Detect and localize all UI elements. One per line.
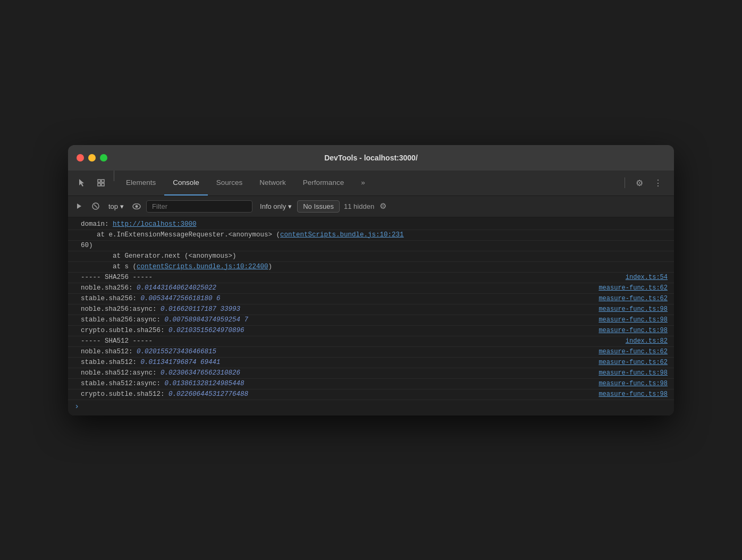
console-output: domain: http://localhost:3000 at e.InExt… xyxy=(68,217,674,415)
source-link[interactable]: contentScripts.bundle.js:10:22400 xyxy=(137,263,268,270)
minimize-button[interactable] xyxy=(88,154,96,162)
log-line: at s (contentScripts.bundle.js:10:22400) xyxy=(68,262,674,273)
log-line-noble-sha512-async: noble.sha512:async: 0.023063476562310826… xyxy=(68,368,674,379)
prompt-caret: › xyxy=(74,402,79,411)
source-link[interactable]: contentScripts.bundle.js:10:231 xyxy=(280,231,404,239)
filter-input[interactable] xyxy=(146,200,252,213)
tab-sources[interactable]: Sources xyxy=(208,171,251,196)
log-line-crypto-sha256: crypto.subtle.sha256: 0.0210351562497089… xyxy=(68,326,674,336)
log-line-noble-sha256-async: noble.sha256:async: 0.016620117187 33993… xyxy=(68,304,674,315)
eye-icon[interactable] xyxy=(129,201,144,211)
log-line-noble-sha512: noble.sha512: 0.020155273436466815 measu… xyxy=(68,347,674,358)
source-link[interactable]: measure-func.ts:62 xyxy=(598,295,668,302)
tab-elements[interactable]: Elements xyxy=(117,171,164,196)
title-bar: DevTools - localhost:3000/ xyxy=(68,145,674,171)
log-line: at e.InExtensionMessageRequester.<anonym… xyxy=(68,230,674,241)
run-button[interactable] xyxy=(72,200,86,212)
svg-rect-1 xyxy=(102,180,104,182)
source-link[interactable]: measure-func.ts:98 xyxy=(598,380,668,387)
source-link[interactable]: index.ts:54 xyxy=(626,274,668,281)
window-title: DevTools - localhost:3000/ xyxy=(324,154,418,162)
log-line: domain: http://localhost:3000 xyxy=(68,219,674,230)
inspect-icon[interactable] xyxy=(91,171,111,196)
log-level-label: Info only xyxy=(260,202,286,210)
svg-point-8 xyxy=(136,205,138,208)
log-line-stable-sha256-async: stable.sha256:async: 0.00758984374959254… xyxy=(68,315,674,326)
cursor-icon[interactable] xyxy=(72,171,91,196)
svg-marker-4 xyxy=(77,203,81,209)
log-line-noble-sha256: noble.sha256: 0.014431640624025022 measu… xyxy=(68,283,674,294)
more-options-icon[interactable]: ⋮ xyxy=(651,176,665,190)
console-toolbar: top ▾ Info only ▾ No Issues 11 hidden ⚙ xyxy=(68,196,674,217)
no-issues-button[interactable]: No Issues xyxy=(297,200,340,213)
log-line-stable-sha512: stable.sha512: 0.011341796874 69441 meas… xyxy=(68,358,674,368)
source-link[interactable]: measure-func.ts:62 xyxy=(598,348,668,355)
source-link[interactable]: measure-func.ts:98 xyxy=(598,327,668,334)
log-line: at Generator.next (<anonymous>) xyxy=(68,251,674,262)
svg-rect-3 xyxy=(102,183,104,186)
tab-console[interactable]: Console xyxy=(164,171,208,196)
close-button[interactable] xyxy=(77,154,84,162)
tabs-right-actions: ⚙ ⋮ xyxy=(621,171,670,196)
tab-more[interactable]: » xyxy=(352,171,374,196)
console-settings-icon[interactable]: ⚙ xyxy=(376,199,390,213)
context-selector[interactable]: top ▾ xyxy=(105,201,127,212)
log-line-sha512-sep: ----- SHA512 ----- index.ts:82 xyxy=(68,336,674,347)
source-link[interactable]: measure-func.ts:62 xyxy=(598,359,668,366)
svg-line-6 xyxy=(94,205,97,208)
log-line-stable-sha256: stable.sha256: 0.0053447256618180 6 meas… xyxy=(68,294,674,304)
source-link[interactable]: measure-func.ts:98 xyxy=(598,391,668,398)
log-level-selector[interactable]: Info only ▾ xyxy=(257,201,295,212)
tab-performance[interactable]: Performance xyxy=(294,171,352,196)
log-line-crypto-sha512: crypto.subtle.sha512: 0.0226064453127764… xyxy=(68,389,674,400)
log-line-stable-sha512-async: stable.sha512:async: 0.01386132812498544… xyxy=(68,379,674,389)
chevron-down-icon: ▾ xyxy=(288,202,292,210)
chevron-down-icon: ▾ xyxy=(120,202,124,210)
tabs-bar: Elements Console Sources Network Perform… xyxy=(68,171,674,196)
domain-link[interactable]: http://localhost:3000 xyxy=(113,220,197,228)
source-link[interactable]: index.ts:82 xyxy=(626,337,668,345)
context-label: top xyxy=(108,202,118,210)
traffic-lights xyxy=(77,154,107,162)
source-link[interactable]: measure-func.ts:98 xyxy=(598,316,668,324)
maximize-button[interactable] xyxy=(100,154,107,162)
console-prompt[interactable]: › xyxy=(68,400,674,413)
source-link[interactable]: measure-func.ts:62 xyxy=(598,284,668,292)
svg-rect-0 xyxy=(98,180,100,182)
log-line: 60) xyxy=(68,241,674,251)
devtools-window: DevTools - localhost:3000/ Elements Cons… xyxy=(68,145,674,415)
clear-button[interactable] xyxy=(88,200,103,213)
source-link[interactable]: measure-func.ts:98 xyxy=(598,306,668,313)
tab-network[interactable]: Network xyxy=(251,171,294,196)
settings-icon[interactable]: ⚙ xyxy=(633,176,646,190)
hidden-count: 11 hidden xyxy=(344,202,374,210)
source-link[interactable]: measure-func.ts:98 xyxy=(598,369,668,377)
svg-rect-2 xyxy=(98,183,100,186)
log-line-sha256-sep: ----- SHA256 ----- index.ts:54 xyxy=(68,273,674,283)
